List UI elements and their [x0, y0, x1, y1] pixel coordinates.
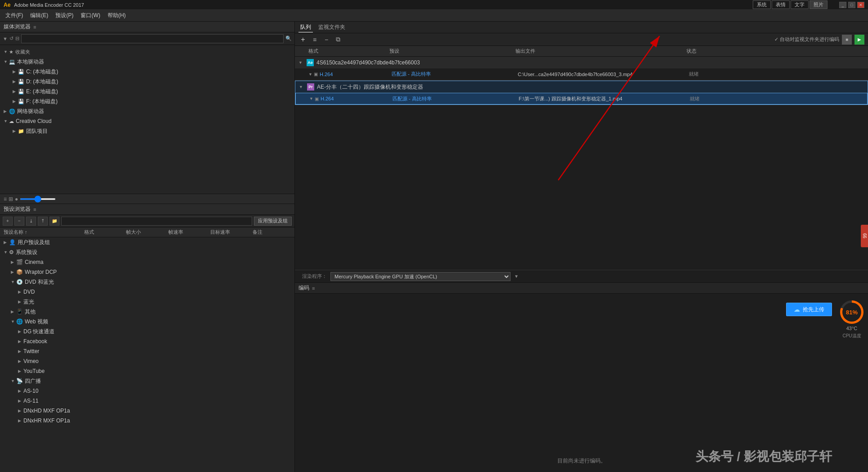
close-btn[interactable]: ✕	[857, 2, 864, 8]
preset-dvd[interactable]: ▶ DVD	[0, 287, 294, 297]
preset-facebook[interactable]: ▶ Facebook	[0, 336, 294, 346]
preset-add-btn[interactable]: +	[3, 217, 13, 226]
preset-youtube[interactable]: ▶ YouTube	[0, 366, 294, 376]
refresh-icon[interactable]: ↺	[9, 36, 14, 41]
cpu-info: 81% 43°C CPU温度	[840, 300, 863, 339]
preset-as11[interactable]: ▶ AS-11	[0, 396, 294, 406]
preset-dg[interactable]: ▶ DG 快速通道	[0, 327, 294, 336]
list-view-btn[interactable]: ≡	[4, 196, 7, 202]
filter-btn[interactable]: ⊟	[15, 36, 19, 41]
nav-system[interactable]: 系统	[753, 0, 771, 9]
queue-group-1-header[interactable]: ▼ Ae 4S6150ca2e4497d490c7dbde4b7fce66003	[295, 57, 868, 68]
qi-format-2-1[interactable]: H.264	[321, 96, 393, 101]
menu-file[interactable]: 文件(F)	[2, 10, 27, 21]
preset-broadcast[interactable]: ▼ 📡 四广播	[0, 376, 294, 386]
upload-btn[interactable]: ☁ 抢先上传	[786, 303, 832, 316]
preset-twitter[interactable]: ▶ Twitter	[0, 346, 294, 356]
cpu-percent: 81%	[842, 303, 861, 322]
media-browser-statusbar: ≡ ⊞ ●	[0, 194, 294, 204]
size-range[interactable]	[20, 198, 56, 200]
side-expand-btn[interactable]: 66	[861, 225, 868, 247]
maximize-btn[interactable]: □	[848, 2, 855, 8]
queue-group-2-header[interactable]: ▼ Pr AE-分丰（二十四）跟踪摄像机和变形稳定器	[295, 81, 868, 93]
cloud-icon: ☁	[794, 306, 800, 313]
drive-c[interactable]: ▶ 💾 C: (本地磁盘)	[0, 67, 294, 77]
search-icon[interactable]: 🔍	[285, 36, 292, 41]
menu-bar: 文件(F) 编辑(E) 预设(P) 窗口(W) 帮助(H)	[0, 10, 868, 22]
preset-dnxhd[interactable]: ▶ DNxHD MXF OP1a	[0, 406, 294, 416]
preset-search-input[interactable]	[61, 217, 252, 226]
preset-browser-menu-icon[interactable]: ≡	[33, 207, 36, 212]
preset-import-btn[interactable]: ⤓	[26, 217, 36, 226]
encode-menu-icon[interactable]: ≡	[312, 286, 315, 291]
encode-header: 编码 ≡	[295, 283, 868, 294]
preset-bluray[interactable]: ▶ 蓝光	[0, 297, 294, 307]
qi-preset-1-1[interactable]: 匹配源 - 高比特率	[392, 71, 518, 77]
preset-vimeo[interactable]: ▶ Vimeo	[0, 356, 294, 366]
qi-format-1-1[interactable]: H.264	[320, 72, 392, 77]
user-presets[interactable]: ▶ 👤 用户预设及组	[0, 237, 294, 247]
start-encode-btn[interactable]: ▶	[854, 35, 864, 45]
qi-preset-2-1[interactable]: 匹配源 - 高比特率	[393, 95, 519, 102]
drive-d[interactable]: ▶ 💾 D: (本地磁盘)	[0, 77, 294, 86]
queue-duplicate-btn[interactable]: ⧉	[334, 35, 343, 44]
team-projects[interactable]: ▶ 📁 团队项目	[0, 126, 294, 136]
minimize-btn[interactable]: _	[839, 2, 846, 8]
nav-photo[interactable]: 照片	[809, 0, 827, 9]
encode-title: 编码	[298, 284, 309, 292]
menu-window[interactable]: 窗口(W)	[77, 10, 104, 21]
preset-other[interactable]: ▶ 📱 其他	[0, 307, 294, 317]
queue-table-header: 格式 预设 输出文件 状态	[295, 46, 868, 57]
col-format-header: 格式	[308, 48, 389, 54]
queue-item-1-1[interactable]: ▼ ▣ H.264 匹配源 - 高比特率 C:\User...ca2e4497d…	[295, 68, 868, 80]
creative-cloud-section[interactable]: ▼ ☁ Creative Cloud	[0, 116, 294, 126]
render-engine-dropdown-icon[interactable]: ▼	[514, 274, 519, 279]
menu-preset[interactable]: 预设(P)	[52, 10, 77, 21]
queue-menu-btn[interactable]: ≡	[310, 35, 319, 44]
menu-edit[interactable]: 编辑(E)	[27, 10, 52, 21]
preset-browser-header: 预设浏览器 ≡	[0, 204, 294, 215]
drive-e[interactable]: ▶ 💾 E: (本地磁盘)	[0, 86, 294, 96]
preset-web-video[interactable]: ▼ 🌐 Web 视频	[0, 317, 294, 327]
filter-icon[interactable]: ▼	[3, 36, 8, 41]
col-frame-rate: 帧速率	[167, 229, 208, 236]
main-container: 媒体浏览器 ≡ ▼ ↺ ⊟ 🔍 ▼ ★ 收藏夹 ▼	[0, 22, 868, 472]
preset-wraptor[interactable]: ▶ 📦 Wraptor DCP	[0, 267, 294, 277]
watermark: 头条号 / 影视包装邱子轩	[696, 448, 832, 465]
network-drives-section[interactable]: ▶ 🌐 网络驱动器	[0, 106, 294, 116]
apply-preset-btn[interactable]: 应用预设及组	[254, 217, 292, 226]
queue-remove-btn[interactable]: −	[322, 35, 331, 44]
app-logo: Ae	[4, 2, 10, 8]
tab-watch-folder[interactable]: 监视文件夹	[316, 23, 347, 32]
media-search-input[interactable]	[21, 34, 284, 43]
media-browser-menu-icon[interactable]: ≡	[33, 24, 36, 30]
render-engine-select[interactable]: Mercury Playback Engine GPU 加速 (OpenCL)	[330, 272, 511, 281]
system-presets[interactable]: ▼ ⚙ 系统预设	[0, 247, 294, 257]
preset-remove-btn[interactable]: −	[14, 217, 24, 226]
drive-f[interactable]: ▶ 💾 F: (本地磁盘)	[0, 96, 294, 106]
preset-dnxhr[interactable]: ▶ DNxHR MXF OP1a	[0, 416, 294, 426]
nav-text[interactable]: 文字	[791, 0, 809, 9]
favorites-section[interactable]: ▼ ★ 收藏夹	[0, 47, 294, 57]
preset-cinema[interactable]: ▶ 🎬 Cinema	[0, 257, 294, 267]
stop-encode-btn[interactable]: ■	[842, 35, 852, 45]
size-slider[interactable]: ●	[15, 196, 18, 202]
preset-dvd-blu[interactable]: ▼ 💿 DVD 和蓝光	[0, 277, 294, 287]
grid-view-btn[interactable]: ⊞	[9, 196, 13, 202]
col-name: 预设名称 ↑	[2, 229, 82, 236]
preset-as10[interactable]: ▶ AS-10	[0, 386, 294, 396]
queue-add-btn[interactable]: +	[298, 35, 307, 44]
left-panel: 媒体浏览器 ≡ ▼ ↺ ⊟ 🔍 ▼ ★ 收藏夹 ▼	[0, 22, 295, 472]
queue-item-2-1[interactable]: ▼ ▣ H.264 匹配源 - 高比特率 F:\第一节课...) 跟踪摄像机和变…	[295, 93, 868, 104]
media-tree: ▼ ★ 收藏夹 ▼ 💻 本地驱动器 ▶ 💾 C: (本地磁盘) ▶ �	[0, 45, 294, 194]
nav-emoji[interactable]: 表情	[772, 0, 790, 9]
preset-group-btn[interactable]: 📁	[50, 217, 59, 226]
local-drives-section[interactable]: ▼ 💻 本地驱动器	[0, 57, 294, 67]
encode-content: ☁ 抢先上传 81% 43°C CPU温度 目前尚未进行编码。 头条号 / 影视…	[295, 294, 868, 472]
preset-export-btn[interactable]: ⤒	[38, 217, 48, 226]
group2-type-icon: Pr	[307, 83, 314, 91]
queue-group-2: ▼ Pr AE-分丰（二十四）跟踪摄像机和变形稳定器 ▼ ▣ H.264 匹配源…	[295, 81, 868, 105]
tab-queue[interactable]: 队列	[298, 23, 313, 32]
menu-help[interactable]: 帮助(H)	[104, 10, 130, 21]
qi-status-2-1: 就绪	[690, 95, 726, 102]
